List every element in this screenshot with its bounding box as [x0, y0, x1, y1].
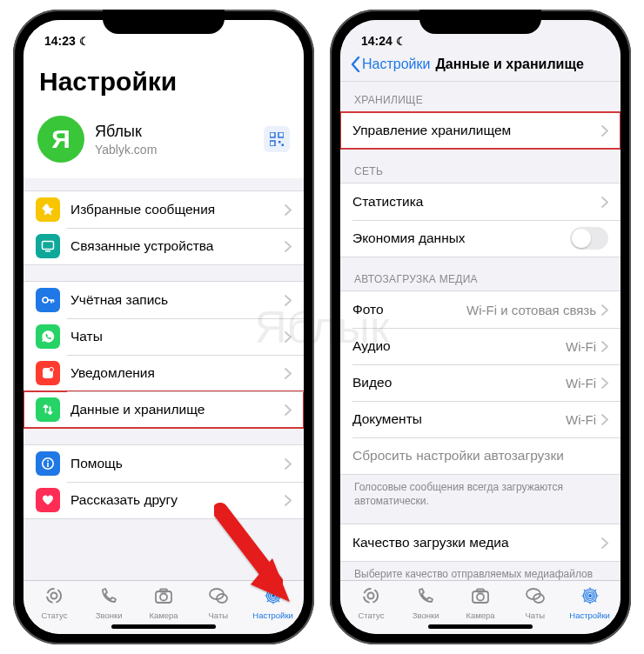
- svg-line-36: [278, 600, 279, 602]
- svg-rect-24: [160, 590, 167, 592]
- camera-icon: [153, 586, 174, 609]
- cell-stats[interactable]: Статистика: [340, 184, 621, 220]
- svg-rect-51: [477, 590, 484, 592]
- svg-rect-12: [43, 242, 54, 250]
- chevron-right-icon: [601, 414, 608, 425]
- avatar: Я: [37, 116, 84, 163]
- svg-point-47: [364, 589, 378, 603]
- cell-audio[interactable]: АудиоWi-Fi: [340, 328, 621, 364]
- svg-rect-13: [45, 250, 50, 252]
- cell-label: Аудио: [352, 338, 566, 354]
- svg-rect-8: [278, 132, 284, 137]
- home-indicator[interactable]: [111, 624, 216, 629]
- cell-label: Данные и хранилище: [70, 402, 285, 417]
- bubbles-icon: [208, 586, 229, 609]
- heart-icon: [36, 488, 60, 512]
- settings-cell-account[interactable]: Учётная запись: [23, 282, 304, 318]
- cell-label: Качество загрузки медиа: [352, 535, 601, 551]
- cell-label: Связанные устройства: [70, 238, 285, 254]
- cell-label: Рассказать другу: [70, 492, 285, 508]
- cell-saver[interactable]: Экономия данных: [340, 220, 621, 257]
- chevron-right-icon: [601, 537, 608, 549]
- tab-settings[interactable]: Настройки: [245, 586, 300, 632]
- camera-icon: [470, 586, 491, 609]
- tab-status[interactable]: Статус: [27, 586, 82, 632]
- settings-cell-starred[interactable]: Избранные сообщения: [23, 191, 304, 228]
- chevron-right-icon: [285, 495, 292, 506]
- cell-value: Wi-Fi: [566, 412, 596, 427]
- cell-manage[interactable]: Управление хранилищем: [340, 112, 621, 149]
- status-time: 14:23: [44, 34, 76, 48]
- svg-point-21: [51, 593, 57, 599]
- settings-cell-help[interactable]: Помощь: [23, 445, 304, 482]
- screen-settings: 14:23 ☾ Настройки Я Яблык Yablyk.com: [23, 20, 304, 634]
- svg-rect-11: [282, 144, 285, 147]
- notch: [419, 10, 541, 34]
- tab-label: Статус: [358, 611, 384, 620]
- nav-header: Настройки Данные и хранилище: [340, 53, 621, 82]
- svg-point-14: [43, 297, 48, 303]
- chevron-right-icon: [285, 241, 292, 252]
- svg-point-48: [368, 593, 374, 599]
- back-label: Настройки: [362, 57, 430, 72]
- page-title: Настройки: [39, 67, 290, 97]
- cell-quality[interactable]: Качество загрузки медиа: [340, 524, 621, 561]
- tab-label: Звонки: [413, 611, 439, 620]
- chevron-right-icon: [285, 204, 292, 216]
- section-footer: Выберите качество отправляемых медиафайл…: [340, 562, 621, 580]
- settings-cell-data[interactable]: Данные и хранилище: [23, 391, 304, 428]
- back-button[interactable]: Настройки: [351, 57, 430, 72]
- chevron-right-icon: [285, 331, 292, 343]
- svg-line-65: [584, 600, 586, 602]
- cell-value: Wi-Fi и сотовая связь: [466, 303, 596, 317]
- cell-label: Уведомления: [70, 365, 285, 381]
- svg-line-38: [267, 600, 269, 602]
- tab-label: Чаты: [525, 611, 545, 620]
- svg-point-57: [588, 594, 592, 597]
- settings-cell-tell[interactable]: Рассказать другу: [23, 482, 304, 518]
- status-icon: [44, 586, 64, 609]
- cell-label: Статистика: [352, 194, 601, 210]
- gear-icon: [580, 586, 600, 609]
- tab-label: Настройки: [569, 611, 610, 620]
- settings-cell-chats[interactable]: Чаты: [23, 318, 304, 355]
- cell-label: Фото: [352, 302, 466, 317]
- section-header: СЕТЬ: [340, 165, 621, 183]
- cell-label: Сбросить настройки автозагрузки: [352, 448, 608, 464]
- bell-icon: [36, 361, 60, 385]
- nav-title: Данные и хранилище: [435, 57, 583, 72]
- cell-label: Документы: [352, 411, 566, 427]
- qr-button[interactable]: [264, 126, 290, 152]
- cell-reset[interactable]: Сбросить настройки автозагрузки: [340, 437, 621, 474]
- tab-label: Камера: [149, 611, 178, 620]
- cell-photo[interactable]: ФотоWi-Fi и сотовая связь: [340, 291, 621, 328]
- tab-label: Настройки: [252, 611, 293, 620]
- cell-video[interactable]: ВидеоWi-Fi: [340, 364, 621, 401]
- profile-row[interactable]: Я Яблык Yablyk.com: [37, 109, 290, 175]
- settings-cell-linked[interactable]: Связанные устройства: [23, 228, 304, 264]
- cell-label: Видео: [352, 375, 566, 390]
- gear-icon: [263, 586, 284, 609]
- home-indicator[interactable]: [428, 624, 533, 629]
- star-icon: [36, 197, 60, 222]
- svg-line-37: [278, 590, 279, 591]
- chevron-right-icon: [285, 458, 292, 470]
- cell-label: Управление хранилищем: [352, 123, 601, 138]
- cell-label: Помощь: [70, 456, 285, 471]
- status-icon: [360, 586, 381, 609]
- cell-docs[interactable]: ДокументыWi-Fi: [340, 401, 621, 437]
- toggle-saver[interactable]: [570, 227, 608, 250]
- profile-subtitle: Yablyk.com: [95, 143, 253, 157]
- svg-rect-9: [270, 141, 275, 146]
- settings-cell-notif[interactable]: Уведомления: [23, 355, 304, 391]
- updown-icon: [36, 397, 60, 422]
- section-header: АВТОЗАГРУЗКА МЕДИА: [340, 273, 621, 290]
- tab-settings[interactable]: Настройки: [562, 586, 617, 632]
- chevron-right-icon: [285, 295, 292, 306]
- screen-data-storage: 14:24 ☾ Настройки Данные и хранилище ХРА…: [340, 20, 621, 634]
- cell-value: Wi-Fi: [566, 376, 596, 390]
- tab-status[interactable]: Статус: [344, 586, 399, 632]
- svg-point-20: [47, 589, 61, 603]
- chevron-right-icon: [285, 368, 292, 379]
- svg-rect-7: [270, 132, 275, 137]
